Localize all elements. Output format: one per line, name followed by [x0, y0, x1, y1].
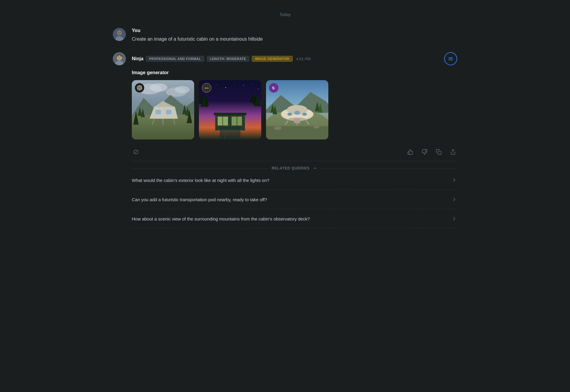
svg-point-42 [212, 90, 212, 91]
badge-tone[interactable]: PROFESSIONAL AND FORMAL [146, 56, 204, 62]
ninja-message-content: Ninja PROFESSIONAL AND FORMAL LENGTH: MO… [132, 52, 457, 228]
badge-length[interactable]: LENGTH: MODERATE [207, 56, 249, 62]
user-message-content: You Create an image of a futuristic cabi… [132, 28, 457, 43]
image-badge-stability: S• [269, 83, 278, 93]
related-query-3[interactable]: How about a scenic view of the surroundi… [132, 209, 457, 228]
svg-point-73 [302, 113, 307, 116]
thumbs-up-icon [407, 149, 413, 155]
hamburger-menu-icon [448, 56, 454, 62]
svg-point-16 [150, 83, 167, 92]
ninja-sender-name: Ninja [132, 56, 143, 61]
date-divider: Today [113, 12, 457, 17]
ninja-message: Ninja PROFESSIONAL AND FORMAL LENGTH: MO… [113, 52, 457, 228]
image-card-2[interactable]: aws [199, 80, 261, 139]
copy-icon [436, 149, 442, 155]
svg-point-5 [120, 32, 121, 33]
send-icon-3 [451, 216, 457, 222]
refresh-icon [133, 149, 139, 155]
svg-point-72 [294, 111, 300, 115]
svg-point-38 [225, 87, 226, 88]
action-left-group [132, 148, 140, 156]
svg-point-40 [243, 85, 244, 86]
send-icon-1 [451, 177, 457, 183]
image-generator-title: Image generator [132, 70, 457, 75]
svg-point-41 [252, 83, 252, 84]
related-query-2[interactable]: Can you add a futuristic transportation … [132, 190, 457, 209]
image-card-3[interactable]: S• [266, 80, 328, 139]
share-button[interactable] [449, 148, 457, 156]
send-icon-2 [451, 196, 457, 202]
collapse-icon[interactable] [313, 166, 317, 171]
svg-point-71 [287, 113, 292, 116]
user-message: You Create an image of a futuristic cabi… [113, 28, 457, 43]
svg-rect-81 [438, 151, 441, 155]
svg-point-3 [117, 31, 121, 35]
svg-point-4 [118, 32, 119, 33]
related-queries-label: RELATED QUERIES [272, 166, 310, 170]
related-query-1[interactable]: What would the cabin's exterior look lik… [132, 171, 457, 190]
thumbs-down-button[interactable] [420, 148, 429, 156]
svg-rect-51 [214, 113, 246, 115]
svg-rect-28 [156, 110, 161, 114]
badge-generator[interactable]: IMAGE GENERATOR [252, 56, 293, 62]
svg-point-8 [118, 57, 119, 58]
image-badge-openai [135, 83, 144, 93]
query-text-3: How about a scenic view of the surroundi… [132, 216, 310, 221]
copy-button[interactable] [435, 148, 443, 156]
svg-point-43 [258, 89, 259, 89]
ninja-avatar [113, 52, 126, 65]
thumbs-up-button[interactable] [406, 148, 414, 156]
message-menu-button[interactable] [444, 52, 457, 65]
svg-point-18 [175, 86, 190, 93]
svg-point-9 [120, 57, 121, 58]
image-card-1[interactable] [132, 80, 194, 139]
message-timestamp: 4:51 PM [296, 57, 311, 61]
svg-point-39 [234, 83, 235, 83]
query-text-2: Can you add a futuristic transportation … [132, 197, 267, 202]
action-bar [132, 145, 457, 158]
user-message-text: Create an image of a futuristic cabin on… [132, 36, 457, 43]
related-queries-header: RELATED QUERIES [132, 166, 457, 171]
svg-point-79 [274, 126, 281, 130]
related-queries-section: RELATED QUERIES What would the cabin's e… [132, 161, 457, 228]
svg-rect-57 [220, 127, 240, 139]
ninja-badges: Ninja PROFESSIONAL AND FORMAL LENGTH: MO… [132, 56, 311, 62]
user-avatar [113, 28, 126, 41]
user-sender-name: You [132, 28, 457, 33]
svg-point-37 [216, 84, 217, 85]
query-text-1: What would the cabin's exterior look lik… [132, 178, 269, 183]
images-grid: aws [132, 80, 457, 139]
share-icon [450, 149, 456, 155]
svg-point-80 [314, 126, 319, 128]
action-right-group [406, 148, 457, 156]
ninja-header: Ninja PROFESSIONAL AND FORMAL LENGTH: MO… [132, 52, 457, 65]
refresh-button[interactable] [132, 148, 140, 156]
image-badge-aws: aws [202, 83, 211, 93]
thumbs-down-icon [422, 149, 428, 155]
svg-rect-29 [166, 110, 171, 114]
